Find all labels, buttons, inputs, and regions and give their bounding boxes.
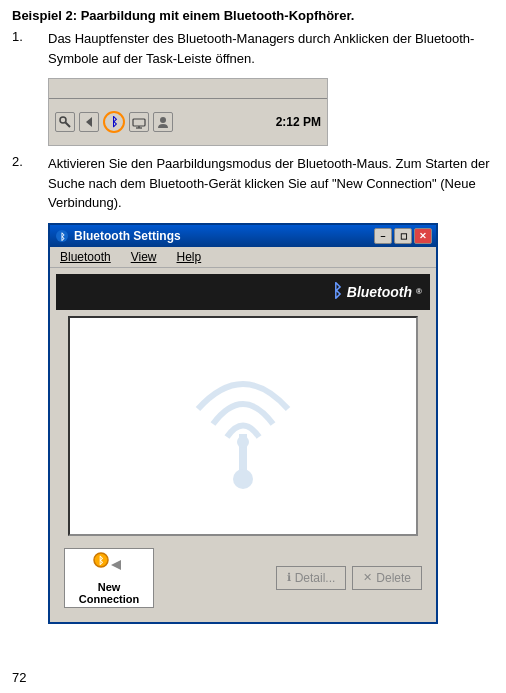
bluetooth-signal-icon [183, 354, 303, 497]
minimize-button[interactable]: – [374, 228, 392, 244]
bottom-toolbar: ᛒ New Connection ℹ Detail... [56, 544, 430, 616]
taskbar-screenshot: ᛒ 2:12 PM [48, 78, 328, 146]
window-content: ᛒ Bluetooth ® [50, 268, 436, 622]
detail-icon: ℹ [287, 571, 291, 584]
svg-marker-14 [111, 560, 121, 570]
tray-icon-bluetooth[interactable]: ᛒ [103, 111, 125, 133]
titlebar-controls: – ◻ ✕ [374, 228, 432, 244]
restore-button[interactable]: ◻ [394, 228, 412, 244]
menu-view[interactable]: View [125, 249, 163, 265]
svg-text:ᛒ: ᛒ [60, 232, 65, 242]
detail-button[interactable]: ℹ Detail... [276, 566, 347, 590]
svg-point-11 [237, 436, 249, 448]
step-1: 1. Das Hauptfenster des Bluetooth-Manage… [12, 29, 494, 68]
step-2: 2. Aktivieren Sie den Paarbildungsmodus … [12, 154, 494, 213]
bluetooth-window-container: ᛒ Bluetooth Settings – ◻ ✕ Bluetooth Vie… [48, 223, 494, 624]
tray-icon-arrow-left [79, 112, 99, 132]
menubar: Bluetooth View Help [50, 247, 436, 268]
new-connection-label-line2: Connection [79, 593, 140, 605]
delete-icon: ✕ [363, 571, 372, 584]
device-list [68, 316, 418, 536]
svg-rect-3 [133, 119, 145, 126]
window-icon: ᛒ [54, 228, 70, 244]
taskbar-row: ᛒ 2:12 PM [49, 99, 327, 145]
close-button[interactable]: ✕ [414, 228, 432, 244]
bt-brand-icon: ᛒ [332, 281, 343, 302]
svg-line-1 [66, 123, 71, 128]
svg-marker-2 [86, 117, 92, 127]
page-title: Beispiel 2: Paarbildung mit einem Blueto… [12, 8, 494, 23]
svg-point-6 [160, 117, 166, 123]
step-1-number: 1. [12, 29, 48, 68]
new-connection-button[interactable]: ᛒ New Connection [64, 548, 154, 608]
step-2-number: 2. [12, 154, 48, 213]
bluetooth-settings-window: ᛒ Bluetooth Settings – ◻ ✕ Bluetooth Vie… [48, 223, 438, 624]
bt-trademark: ® [416, 287, 422, 296]
step-2-text: Aktivieren Sie den Paarbildungsmodus der… [48, 154, 494, 213]
menu-help[interactable]: Help [171, 249, 208, 265]
new-connection-label-line1: New [98, 581, 121, 593]
step-1-text: Das Hauptfenster des Bluetooth-Managers … [48, 29, 494, 68]
page-number: 72 [12, 670, 26, 685]
tray-icon-network [129, 112, 149, 132]
svg-point-10 [233, 469, 253, 489]
bt-brand: ᛒ Bluetooth ® [332, 281, 422, 302]
svg-text:ᛒ: ᛒ [98, 555, 104, 566]
bt-header-bar: ᛒ Bluetooth ® [56, 274, 430, 310]
delete-button[interactable]: ✕ Delete [352, 566, 422, 590]
taskbar-clock: 2:12 PM [276, 115, 321, 129]
action-buttons: ℹ Detail... ✕ Delete [276, 566, 422, 590]
menu-bluetooth[interactable]: Bluetooth [54, 249, 117, 265]
delete-label: Delete [376, 571, 411, 585]
taskbar-top-area [49, 79, 327, 99]
title-text: Beispiel 2: Paarbildung mit einem Blueto… [12, 8, 354, 23]
window-title: Bluetooth Settings [74, 229, 181, 243]
titlebar: ᛒ Bluetooth Settings – ◻ ✕ [50, 225, 436, 247]
svg-point-0 [60, 117, 66, 123]
bt-brand-text: Bluetooth [347, 284, 412, 300]
detail-label: Detail... [295, 571, 336, 585]
tray-icon-wrench [55, 112, 75, 132]
page: Beispiel 2: Paarbildung mit einem Blueto… [0, 0, 506, 632]
tray-icon-user [153, 112, 173, 132]
bluetooth-symbol: ᛒ [111, 115, 118, 129]
new-connection-icon: ᛒ [93, 551, 125, 579]
